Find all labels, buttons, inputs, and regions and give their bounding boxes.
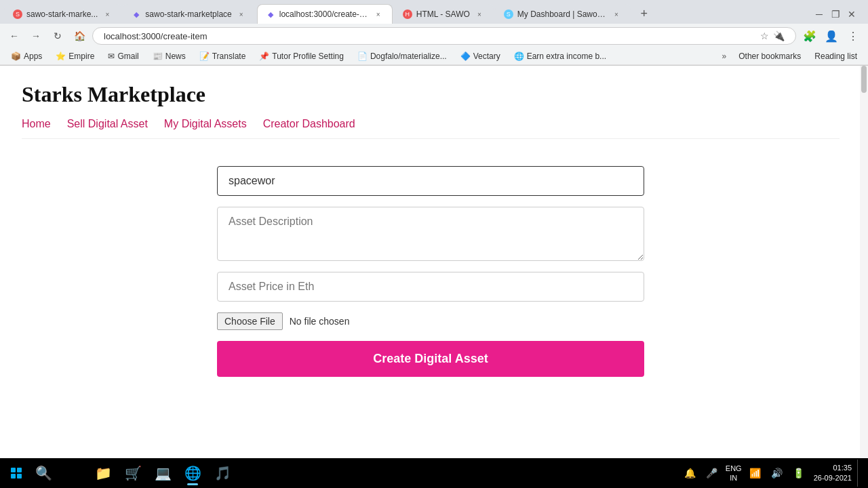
speaker-icon[interactable]: 🔊 [768, 464, 787, 483]
nav-sell[interactable]: Sell Digital Asset [67, 118, 148, 130]
lang-text: ENG IN [723, 464, 745, 483]
lang-indicator[interactable]: ENG IN [724, 464, 743, 483]
tab-favicon-2: ◆ [132, 9, 141, 19]
nav-creator-dashboard[interactable]: Creator Dashboard [263, 118, 355, 130]
taskbar-task-view[interactable]: ❑ [60, 460, 87, 487]
tab-favicon-5: S [504, 9, 513, 19]
bookmark-translate[interactable]: 📝 Translate [194, 50, 252, 62]
asset-name-input[interactable] [217, 166, 644, 196]
tab-close-2[interactable]: × [236, 9, 247, 20]
address-bar[interactable]: localhost:3000/create-item ☆ 🔌 [92, 27, 796, 45]
choose-file-button[interactable]: Choose File [217, 312, 283, 330]
tab-sawo1[interactable]: S sawo-stark-marke... × [4, 4, 121, 24]
home-button[interactable]: 🏠 [71, 27, 88, 45]
wifi-icon[interactable]: 📶 [746, 464, 765, 483]
taskbar-store[interactable]: 🛒 [119, 460, 146, 487]
asset-price-input[interactable] [217, 272, 644, 302]
tab-close-3[interactable]: × [373, 9, 384, 20]
address-bar-row: ← → ↻ 🏠 localhost:3000/create-item ☆ 🔌 🧩… [0, 24, 868, 48]
taskbar: 🔍 ❑ 📁 🛒 💻 🌐 🎵 🔔 🎤 ENG IN 📶 🔊 🔋 [0, 458, 868, 488]
bookmark-apps[interactable]: 📦 Apps [5, 50, 47, 62]
vlc-icon: 🎵 [214, 465, 231, 481]
tab-sawo2[interactable]: ◆ sawo-stark-marketplace × [123, 4, 255, 24]
tab-dashboard[interactable]: S My Dashboard | Sawolabs × [495, 4, 631, 24]
tab-close-5[interactable]: × [611, 9, 622, 20]
bookmark-vectary[interactable]: 🔷 Vectary [455, 50, 506, 62]
tab-html[interactable]: H HTML - SAWO × [394, 4, 494, 24]
bookmark-earn[interactable]: 🌐 Earn extra income b... [509, 50, 612, 62]
taskbar-chrome[interactable]: 🌐 [179, 460, 206, 487]
clock-date: 26-09-2021 [814, 473, 852, 483]
tab-title-2: sawo-stark-marketplace [145, 9, 231, 19]
form-inner: Choose File No file chosen Create Digita… [217, 166, 644, 377]
task-view-icon: ❑ [67, 465, 79, 481]
chrome-icon: 🌐 [184, 465, 201, 481]
taskbar-vscode[interactable]: 💻 [149, 460, 176, 487]
bookmark-dogfalo[interactable]: 📄 Dogfalo/materialize... [352, 50, 452, 62]
menu-button[interactable]: ⋮ [844, 26, 863, 45]
store-icon: 🛒 [125, 465, 142, 481]
scroll-track[interactable] [860, 66, 868, 458]
no-file-chosen-text: No file chosen [290, 316, 350, 327]
new-tab-button[interactable]: + [635, 5, 654, 24]
tab-create[interactable]: ◆ localhost:3000/create-ite... × [257, 4, 393, 24]
tab-title-5: My Dashboard | Sawolabs [517, 9, 607, 19]
taskbar-sys-tray: 🔔 🎤 ENG IN 📶 🔊 🔋 01:35 26-09-2021 [681, 460, 863, 487]
asset-description-input[interactable] [217, 207, 644, 261]
back-button[interactable]: ← [5, 27, 23, 45]
tab-favicon-1: S [13, 9, 22, 19]
restore-button[interactable]: ❐ [829, 7, 842, 21]
tab-bar: S sawo-stark-marke... × ◆ sawo-stark-mar… [0, 0, 868, 24]
taskbar-search[interactable]: 🔍 [30, 460, 57, 487]
battery-icon[interactable]: 🔋 [789, 464, 808, 483]
tab-close-4[interactable]: × [474, 9, 485, 20]
refresh-button[interactable]: ↻ [49, 27, 66, 45]
extensions-icon[interactable]: 🔌 [773, 30, 785, 41]
forward-button[interactable]: → [27, 27, 45, 45]
bookmark-tutor-label: Tutor Profile Setting [272, 52, 344, 61]
mic-icon[interactable]: 🎤 [703, 464, 722, 483]
taskbar-file-explorer[interactable]: 📁 [90, 460, 117, 487]
nav-home[interactable]: Home [22, 118, 51, 130]
tab-close-1[interactable]: × [102, 9, 113, 20]
search-icon: 🔍 [35, 465, 52, 481]
bookmark-other[interactable]: Other bookmarks [733, 50, 806, 62]
bookmarks-more-button[interactable]: » [718, 50, 731, 62]
taskbar-vlc[interactable]: 🎵 [209, 460, 236, 487]
taskbar-clock[interactable]: 01:35 26-09-2021 [811, 463, 854, 484]
bookmark-translate-icon: 📝 [199, 52, 210, 61]
file-explorer-icon: 📁 [95, 465, 112, 481]
bookmark-gmail[interactable]: ✉ Gmail [102, 50, 144, 62]
site-nav: Home Sell Digital Asset My Digital Asset… [22, 118, 840, 139]
page-inner: Starks Marketplace Home Sell Digital Ass… [0, 66, 861, 393]
bookmark-news-label: News [165, 52, 186, 61]
bookmark-translate-label: Translate [212, 52, 246, 61]
bookmark-empire[interactable]: ⭐ Empire [50, 50, 100, 62]
close-button[interactable]: ✕ [845, 7, 859, 21]
bookmark-star-icon[interactable]: ☆ [760, 30, 769, 41]
start-button[interactable] [5, 462, 27, 484]
site-title: Starks Marketplace [22, 82, 840, 107]
bookmark-tutor[interactable]: 📌 Tutor Profile Setting [254, 50, 349, 62]
tab-title-3: localhost:3000/create-ite... [279, 9, 369, 19]
bookmark-tutor-icon: 📌 [259, 52, 269, 61]
clock-time: 01:35 [833, 463, 852, 473]
bookmark-news[interactable]: 📰 News [147, 50, 191, 62]
tab-title-1: sawo-stark-marke... [26, 9, 98, 19]
extensions-button[interactable]: 🧩 [800, 26, 819, 45]
minimize-button[interactable]: ─ [812, 7, 826, 21]
bookmark-gmail-label: Gmail [117, 52, 138, 61]
notifications-icon[interactable]: 🔔 [681, 464, 700, 483]
nav-my-assets[interactable]: My Digital Assets [164, 118, 247, 130]
bookmark-reading-list[interactable]: Reading list [809, 50, 863, 62]
tab-favicon-4: H [403, 9, 412, 19]
show-desktop-button[interactable] [857, 460, 863, 487]
address-text: localhost:3000/create-item [104, 31, 207, 41]
bookmark-news-icon: 📰 [153, 52, 163, 61]
profile-button[interactable]: 👤 [822, 26, 841, 45]
create-digital-asset-button[interactable]: Create Digital Asset [217, 341, 644, 377]
bookmark-empire-icon: ⭐ [56, 52, 66, 61]
scroll-thumb[interactable] [861, 66, 867, 93]
bookmark-earn-icon: 🌐 [514, 52, 524, 61]
bookmark-dogfalo-label: Dogfalo/materialize... [370, 52, 447, 61]
